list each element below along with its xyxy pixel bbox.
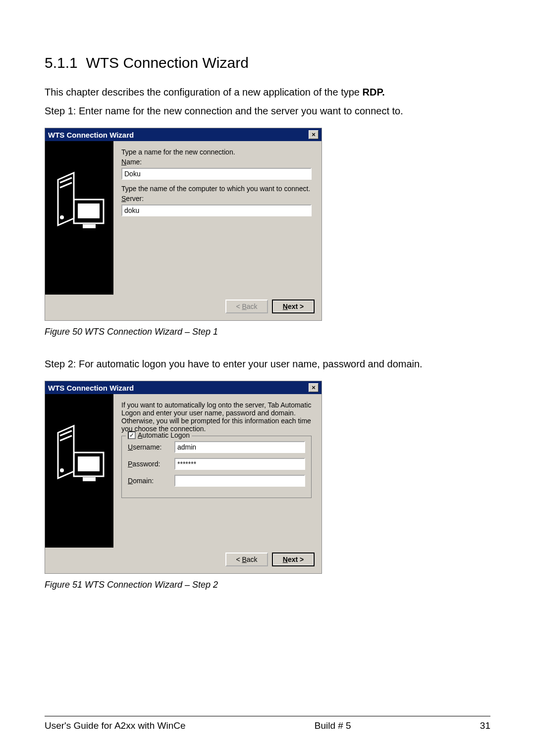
footer-center: Build # 5 (315, 720, 351, 731)
section-heading: 5.1.1 WTS Connection Wizard (45, 54, 490, 71)
next-button[interactable]: Next > (272, 300, 315, 313)
svg-rect-1 (78, 203, 100, 218)
wizard2-titlebar[interactable]: WTS Connection Wizard × (45, 381, 321, 394)
step2-text: Step 2: For automatic logon you have to … (45, 357, 490, 371)
server-input[interactable] (121, 204, 312, 216)
close-icon[interactable]: × (309, 383, 319, 392)
next-button[interactable]: Next > (272, 553, 315, 566)
wizard2-title: WTS Connection Wizard (48, 384, 134, 392)
figure-caption-50: Figure 50 WTS Connection Wizard – Step 1 (45, 327, 490, 337)
svg-rect-8 (78, 456, 100, 471)
back-button[interactable]: < Back (225, 553, 268, 566)
computer-icon (52, 171, 107, 240)
svg-point-6 (60, 215, 64, 219)
wizard-step1-dialog: WTS Connection Wizard × (45, 128, 322, 321)
wizard2-intro: If you want to automatically log onto th… (121, 401, 312, 433)
username-input[interactable] (174, 441, 305, 453)
name-label: Name: (121, 158, 312, 166)
wizard2-side-graphic (45, 394, 113, 548)
section-title-text: WTS Connection Wizard (86, 54, 248, 71)
intro-line-2: Step 1: Enter name for the new connectio… (45, 104, 490, 118)
wizard-step2-dialog: WTS Connection Wizard × (45, 381, 322, 574)
back-button: < Back (225, 300, 268, 313)
automatic-logon-checkbox[interactable]: ✓ (128, 431, 136, 439)
wizard1-text2: Type the name of the computer to which y… (121, 185, 312, 193)
footer-right: 31 (480, 720, 490, 731)
figure-caption-51: Figure 51 WTS Connection Wizard – Step 2 (45, 580, 490, 590)
svg-rect-2 (83, 224, 96, 228)
close-icon[interactable]: × (309, 130, 319, 139)
server-label: Server: (121, 195, 312, 202)
intro-line-1: This chapter describes the configuration… (45, 85, 490, 99)
password-label: Password: (128, 460, 169, 468)
page-footer: User's Guide for A2xx with WinCe Build #… (45, 716, 490, 731)
computer-icon (52, 424, 107, 493)
wizard1-titlebar[interactable]: WTS Connection Wizard × (45, 128, 321, 141)
wizard1-text1: Type a name for the new connection. (121, 148, 312, 156)
username-label: Username: (128, 443, 169, 451)
svg-rect-9 (83, 477, 96, 481)
wizard1-side-graphic (45, 141, 113, 295)
wizard1-title: WTS Connection Wizard (48, 131, 134, 139)
section-number: 5.1.1 (45, 54, 78, 71)
automatic-logon-label: Automatic Logon (138, 431, 190, 439)
name-input[interactable] (121, 168, 312, 180)
svg-point-13 (60, 468, 64, 472)
footer-left: User's Guide for A2xx with WinCe (45, 720, 186, 731)
domain-input[interactable] (174, 475, 305, 487)
password-input[interactable] (174, 458, 305, 470)
domain-label: Domain: (128, 477, 169, 485)
automatic-logon-group: ✓ Automatic Logon Username: Password: Do… (121, 436, 312, 498)
